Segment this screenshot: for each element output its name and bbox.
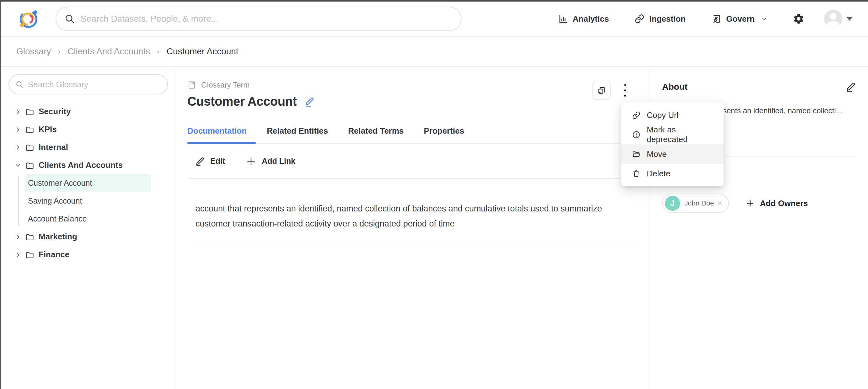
- pencil-icon: [305, 97, 315, 107]
- glossary-tree: Security KPIs Internal: [1, 103, 175, 263]
- tree-node-clients-and-accounts[interactable]: Clients And Accounts: [1, 156, 175, 174]
- owner-name: John Doe: [684, 199, 714, 207]
- breadcrumb: Glossary › Clients And Accounts › Custom…: [1, 37, 868, 67]
- breadcrumb-clients-and-accounts[interactable]: Clients And Accounts: [67, 46, 150, 57]
- folder-icon: [25, 250, 34, 259]
- nav-ingestion[interactable]: Ingestion: [634, 14, 686, 24]
- datahub-logo-icon[interactable]: [19, 9, 39, 29]
- bookmark-icon: [187, 80, 196, 89]
- menu-item-mark-as-deprecated[interactable]: Mark as deprecated: [621, 125, 724, 144]
- tree-children-clients-and-accounts: Customer Account Saving Account Account …: [1, 174, 175, 228]
- copy-urn-button[interactable]: [592, 80, 611, 100]
- nav-govern-label: Govern: [726, 14, 755, 24]
- tree-node-finance[interactable]: Finance: [1, 246, 175, 263]
- tree-leaf-saving-account[interactable]: Saving Account: [25, 192, 151, 210]
- documentation-toolbar: Edit Add Link: [187, 144, 650, 179]
- glossary-sidebar: Security KPIs Internal: [1, 67, 176, 389]
- entity-tabs: Documentation Related Entities Related T…: [187, 126, 650, 144]
- entity-main: Glossary Term Customer Account: [176, 67, 650, 389]
- tree-leaf-account-balance[interactable]: Account Balance: [25, 210, 151, 228]
- folder-icon: [25, 232, 34, 241]
- tree-node-label: Security: [39, 107, 71, 117]
- more-options-button[interactable]: [619, 80, 631, 100]
- menu-item-label: Delete: [647, 169, 670, 179]
- user-menu[interactable]: [824, 10, 852, 28]
- warning-circle-icon: [632, 130, 641, 139]
- tab-properties[interactable]: Properties: [424, 126, 464, 143]
- owners-section: J John Doe × + Add Owners: [662, 194, 856, 213]
- menu-item-move[interactable]: Move: [621, 144, 724, 164]
- folder-icon: [25, 161, 34, 170]
- settings-button[interactable]: [793, 13, 805, 25]
- tree-node-label: Finance: [39, 250, 69, 259]
- nav-ingestion-label: Ingestion: [649, 14, 686, 24]
- remove-owner-icon[interactable]: ×: [718, 199, 722, 207]
- folder-icon: [25, 107, 34, 116]
- bar-chart-icon: [558, 14, 568, 24]
- breadcrumb-separator: ›: [157, 47, 160, 57]
- tree-leaf-customer-account[interactable]: Customer Account: [25, 174, 151, 192]
- menu-item-delete[interactable]: Delete: [621, 164, 724, 183]
- chevron-right-icon[interactable]: [15, 234, 21, 240]
- plus-icon: [246, 156, 256, 167]
- global-search[interactable]: [56, 7, 462, 31]
- menu-item-label: Copy Url: [647, 110, 678, 120]
- nav-govern[interactable]: Govern: [711, 14, 768, 24]
- topbar: Analytics Ingestion Govern: [1, 2, 868, 37]
- tree-node-internal[interactable]: Internal: [1, 138, 175, 156]
- page-title: Customer Account: [187, 94, 297, 108]
- menu-item-label: Move: [647, 149, 667, 159]
- tree-node-label: Clients And Accounts: [39, 160, 123, 170]
- glossary-search[interactable]: [8, 74, 168, 94]
- edit-title-button[interactable]: [305, 97, 315, 107]
- term-description: account that represents an identified, n…: [195, 201, 635, 231]
- nav-analytics-label: Analytics: [573, 14, 609, 24]
- owner-avatar: J: [665, 196, 680, 211]
- search-icon: [16, 80, 24, 89]
- tree-node-label: KPIs: [39, 125, 57, 134]
- chevron-right-icon[interactable]: [15, 108, 21, 115]
- more-options-menu: Copy Url Mark as deprecated Move Delete: [621, 102, 724, 186]
- link-icon: [632, 111, 641, 120]
- global-search-input[interactable]: [81, 14, 455, 24]
- chevron-right-icon[interactable]: [15, 144, 21, 151]
- add-link-label: Add Link: [262, 157, 295, 166]
- add-owners-button[interactable]: + Add Owners: [747, 197, 808, 209]
- chevron-down-icon[interactable]: [15, 162, 21, 168]
- audit-icon: [711, 14, 721, 24]
- gear-icon: [793, 13, 805, 25]
- edit-documentation-button[interactable]: Edit: [195, 157, 225, 166]
- caret-down-icon: [847, 17, 852, 21]
- copy-icon: [596, 85, 607, 95]
- breadcrumb-separator: ›: [58, 47, 61, 57]
- pencil-icon: [846, 82, 856, 92]
- tree-node-marketing[interactable]: Marketing: [1, 228, 175, 246]
- avatar: [824, 10, 842, 28]
- add-link-button[interactable]: Add Link: [246, 156, 295, 167]
- owner-chip-john-doe[interactable]: J John Doe ×: [662, 194, 729, 213]
- tab-related-terms[interactable]: Related Terms: [348, 126, 404, 143]
- folder-icon: [25, 125, 34, 134]
- menu-item-copy-url[interactable]: Copy Url: [621, 105, 724, 125]
- tab-related-entities[interactable]: Related Entities: [267, 126, 328, 143]
- chevron-right-icon[interactable]: [15, 252, 21, 258]
- documentation-section: account that represents an identified, n…: [195, 179, 640, 246]
- breadcrumb-customer-account: Customer Account: [167, 46, 239, 57]
- breadcrumb-glossary[interactable]: Glossary: [16, 46, 51, 57]
- trash-icon: [632, 169, 641, 178]
- add-owners-label: Add Owners: [760, 199, 808, 208]
- topbar-nav: Analytics Ingestion Govern: [532, 10, 852, 28]
- edit-about-button[interactable]: [846, 82, 856, 92]
- tree-node-label: Marketing: [39, 232, 77, 241]
- tree-node-label: Internal: [39, 142, 68, 152]
- nav-analytics[interactable]: Analytics: [558, 14, 609, 24]
- tab-documentation[interactable]: Documentation: [187, 126, 247, 143]
- pencil-icon: [195, 157, 205, 166]
- folder-icon: [25, 143, 34, 152]
- tree-node-kpis[interactable]: KPIs: [1, 121, 175, 138]
- plug-icon: [634, 14, 645, 24]
- tree-node-security[interactable]: Security: [1, 103, 175, 121]
- chevron-right-icon[interactable]: [15, 126, 21, 133]
- entity-type-label: Glossary Term: [201, 80, 249, 89]
- glossary-search-input[interactable]: [28, 80, 161, 89]
